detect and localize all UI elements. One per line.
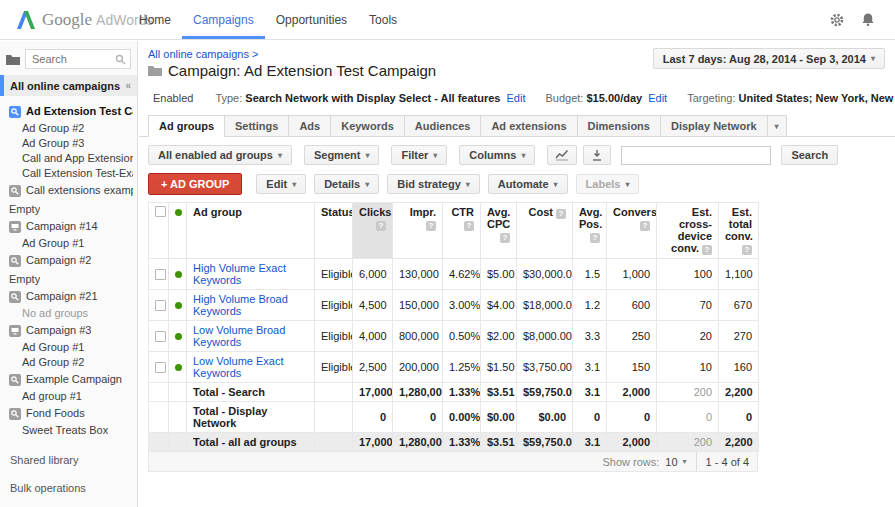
search-button[interactable]: Search: [781, 145, 838, 165]
row-checkbox[interactable]: [155, 300, 166, 311]
bid-strategy-button[interactable]: Bid strategy ▾: [387, 174, 480, 194]
sidebar-header-all-online-campaigns[interactable]: All online campaigns «: [0, 75, 137, 96]
help-icon[interactable]: ?: [556, 209, 566, 219]
col-header-est-total-conv[interactable]: Est. total conv.?: [719, 203, 759, 259]
sidebar-item-ad-group-3[interactable]: Ad Group #3: [0, 136, 137, 151]
help-icon[interactable]: ?: [500, 233, 510, 243]
help-icon[interactable]: ?: [702, 245, 712, 255]
select-all-checkbox[interactable]: [155, 206, 166, 217]
adgroup-name-cell: Low Volume Exact Keywords: [187, 352, 315, 383]
sidebar-item-ad-group-2[interactable]: Ad Group #2: [0, 121, 137, 136]
tab-dimensions[interactable]: Dimensions: [577, 115, 661, 137]
collapse-sidebar-icon[interactable]: «: [125, 80, 131, 91]
show-rows-select[interactable]: 10 ▾: [665, 456, 686, 468]
col-header-conversions[interactable]: Conversions?: [607, 203, 657, 259]
main-content: All online campaigns > Campaign: Ad Exte…: [139, 41, 895, 507]
tab-settings[interactable]: Settings: [224, 115, 289, 137]
tab-ad-extensions[interactable]: Ad extensions: [480, 115, 577, 137]
sidebar-item-ad-extension-test-campaign[interactable]: Ad Extension Test Campaign: [0, 104, 137, 119]
sidebar-item-campaign-3[interactable]: Campaign #3: [0, 323, 137, 338]
help-icon[interactable]: ?: [464, 221, 474, 231]
adgroup-link[interactable]: Low Volume Broad Keywords: [193, 324, 285, 348]
nav-item-home[interactable]: Home: [128, 0, 182, 39]
table-search-input[interactable]: [621, 146, 771, 165]
tab-audiences[interactable]: Audiences: [404, 115, 482, 137]
automate-button[interactable]: Automate ▾: [488, 174, 568, 194]
columns-button[interactable]: Columns ▾: [459, 145, 535, 165]
breadcrumb[interactable]: All online campaigns >: [148, 48, 258, 60]
view-filter-button[interactable]: All enabled ad groups ▾: [148, 145, 292, 165]
col-header-impr[interactable]: Impr.?: [393, 203, 443, 259]
col-header-label: Cost: [529, 206, 553, 218]
sidebar-item-campaign-14[interactable]: Campaign #14: [0, 219, 137, 234]
sidebar-item-ad-group-2[interactable]: Ad Group #2: [0, 355, 137, 370]
empty-cell: [169, 402, 187, 433]
col-header-clicks[interactable]: Clicks?: [353, 203, 393, 259]
sidebar-item-campaign-2[interactable]: Campaign #2: [0, 253, 137, 268]
col-header-avg-pos[interactable]: Avg. Pos.?: [573, 203, 607, 259]
sidebar-item-shared-library[interactable]: Shared library: [0, 446, 137, 474]
col-header-cost[interactable]: Cost?: [517, 203, 573, 259]
edit-budget-link[interactable]: Edit: [648, 92, 667, 104]
row-checkbox[interactable]: [155, 331, 166, 342]
chevron-down-icon: ▾: [871, 54, 875, 63]
metric-cell: 4.62%: [443, 259, 481, 290]
sidebar-item-ad-group-1[interactable]: Ad Group #1: [0, 236, 137, 251]
gear-icon[interactable]: [829, 12, 845, 28]
edit-type-link[interactable]: Edit: [507, 92, 526, 104]
sidebar-item-reports-and-uploads[interactable]: Reports and uploads: [0, 502, 137, 507]
sidebar-item-fond-foods[interactable]: Fond Foods: [0, 406, 137, 421]
details-button[interactable]: Details ▾: [314, 174, 379, 194]
bell-icon[interactable]: [861, 12, 875, 27]
metric-cell: 800,000: [393, 321, 443, 352]
adwords-logo[interactable]: Google AdWords: [0, 0, 118, 39]
col-header-ctr[interactable]: CTR?: [443, 203, 481, 259]
chevron-down-icon: ▾: [433, 151, 437, 160]
chart-button[interactable]: [547, 145, 577, 165]
tab-keywords[interactable]: Keywords: [330, 115, 405, 137]
metric-cell: 130,000: [393, 259, 443, 290]
nav-item-campaigns[interactable]: Campaigns: [182, 0, 265, 39]
metric-cell: 2,000: [607, 383, 657, 402]
sidebar-item-call-extensions-example[interactable]: Call extensions example: [0, 183, 137, 198]
add-ad-group-button[interactable]: + AD GROUP: [148, 173, 242, 195]
date-range-button[interactable]: Last 7 days: Aug 28, 2014 - Sep 3, 2014 …: [653, 48, 885, 69]
segment-button[interactable]: Segment ▾: [304, 145, 379, 165]
filter-button[interactable]: Filter ▾: [391, 145, 447, 165]
bid-strategy-label: Bid strategy: [397, 178, 461, 190]
sidebar-item-campaign-21[interactable]: Campaign #21: [0, 289, 137, 304]
col-header-est-cross-device-conv[interactable]: Est. cross-device conv.?: [657, 203, 719, 259]
sidebar-item-sweet-treats-box[interactable]: Sweet Treats Box: [0, 423, 137, 438]
help-icon[interactable]: ?: [376, 221, 386, 231]
sidebar-item-call-extension-test-example-com[interactable]: Call Extension Test-Example.com: [0, 166, 137, 181]
campaign-folder-icon: [148, 65, 162, 76]
tab-more[interactable]: ▾: [767, 115, 787, 137]
row-checkbox[interactable]: [155, 269, 166, 280]
status-cell: Eligible: [315, 290, 353, 321]
edit-button[interactable]: Edit ▾: [256, 174, 306, 194]
col-header-avg-cpc[interactable]: Avg. CPC?: [481, 203, 517, 259]
tab-ad-groups[interactable]: Ad groups: [148, 115, 225, 137]
col-header-status[interactable]: Status: [315, 203, 353, 259]
help-icon[interactable]: ?: [742, 245, 752, 255]
help-icon[interactable]: ?: [426, 221, 436, 231]
sidebar-item-call-and-app-extension-test[interactable]: Call and App Extension Test: [0, 151, 137, 166]
adgroup-link[interactable]: High Volume Exact Keywords: [193, 262, 286, 286]
tab-ads[interactable]: Ads: [288, 115, 331, 137]
nav-item-tools[interactable]: Tools: [358, 0, 408, 39]
nav-item-opportunities[interactable]: Opportunities: [265, 0, 358, 39]
help-icon[interactable]: ?: [590, 233, 600, 243]
sidebar-item-bulk-operations[interactable]: Bulk operations: [0, 474, 137, 502]
sidebar-item-example-campaign[interactable]: Example Campaign: [0, 372, 137, 387]
download-button[interactable]: [583, 145, 611, 165]
sidebar-item-ad-group-1[interactable]: Ad group #1: [0, 389, 137, 404]
sidebar-search-input[interactable]: [30, 52, 115, 66]
adgroup-link[interactable]: High Volume Broad Keywords: [193, 293, 288, 317]
help-icon[interactable]: ?: [640, 221, 650, 231]
tab-display-network[interactable]: Display Network: [660, 115, 768, 137]
sidebar-item-ad-group-1[interactable]: Ad Group #1: [0, 340, 137, 355]
folder-icon[interactable]: [6, 54, 20, 65]
adgroup-link[interactable]: Low Volume Exact Keywords: [193, 355, 284, 379]
row-checkbox[interactable]: [155, 362, 166, 373]
col-header-ad-group[interactable]: Ad group: [187, 203, 315, 259]
